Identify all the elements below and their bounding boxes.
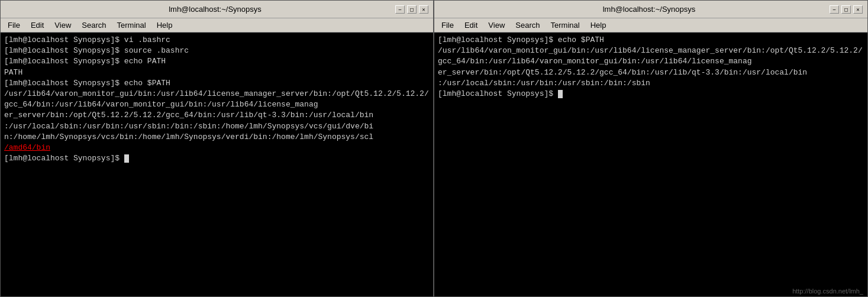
left-menu-bar: File Edit View Search Terminal Help [1,18,433,33]
right-title-bar: lmh@localhost:~/Synopsys − □ ✕ [434,1,867,18]
right-maximize-button[interactable]: □ [841,5,851,14]
right-window-title: lmh@localhost:~/Synopsys [469,5,830,14]
left-cursor [124,154,129,163]
left-window-controls[interactable]: − □ ✕ [395,5,428,14]
right-menu-edit[interactable]: Edit [460,20,482,31]
left-terminal-prompt: [lmh@localhost Synopsys]$ [4,154,124,163]
left-terminal-content: [lmh@localhost Synopsys]$ vi .bashrc [lm… [4,35,429,141]
right-minimize-button[interactable]: − [830,5,839,14]
right-terminal-body[interactable]: [lmh@localhost Synopsys]$ echo $PATH /us… [434,33,867,296]
watermark: http://blog.csdn.net/lmh_ [792,288,863,295]
left-menu-help[interactable]: Help [152,20,178,31]
right-window-controls[interactable]: − □ ✕ [830,5,863,14]
right-terminal-window: lmh@localhost:~/Synopsys − □ ✕ File Edit… [434,0,868,297]
left-menu-terminal[interactable]: Terminal [112,20,151,31]
left-minimize-button[interactable]: − [395,5,405,14]
left-terminal-body[interactable]: [lmh@localhost Synopsys]$ vi .bashrc [lm… [1,33,433,296]
right-menu-search[interactable]: Search [511,20,544,31]
left-window-title: lmh@localhost:~/Synopsys [35,5,395,14]
left-title-bar: lmh@localhost:~/Synopsys − □ ✕ [1,1,433,18]
left-menu-file[interactable]: File [3,20,25,31]
left-close-button[interactable]: ✕ [419,5,428,14]
right-menu-help[interactable]: Help [586,20,611,31]
left-menu-edit[interactable]: Edit [26,20,49,31]
right-menu-bar: File Edit View Search Terminal Help [434,18,867,33]
right-menu-view[interactable]: View [483,20,509,31]
right-menu-terminal[interactable]: Terminal [546,20,585,31]
right-terminal-content: [lmh@localhost Synopsys]$ echo $PATH /us… [438,35,863,98]
right-menu-file[interactable]: File [437,20,459,31]
left-highlighted-path: /amd64/bin [4,143,50,152]
right-close-button[interactable]: ✕ [853,5,863,14]
left-terminal-window: lmh@localhost:~/Synopsys − □ ✕ File Edit… [0,0,434,297]
left-maximize-button[interactable]: □ [407,5,417,14]
left-menu-search[interactable]: Search [77,20,111,31]
right-cursor [558,90,563,98]
left-menu-view[interactable]: View [50,20,76,31]
